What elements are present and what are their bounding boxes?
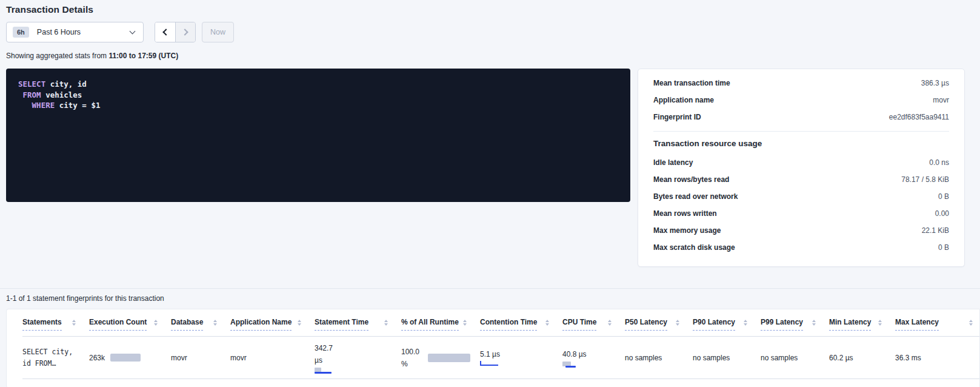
col-header-database[interactable]: Database — [171, 318, 230, 331]
resource-value: 0.0 ns — [929, 158, 949, 167]
col-header-application-name[interactable]: Application Name — [230, 318, 315, 331]
summary-row-fingerprint-id: Fingerprint ID ee2df683f5aa9411 — [653, 109, 949, 126]
sort-icon[interactable] — [384, 320, 388, 326]
resource-row-mean-rows-bytes-read: Mean rows/bytes read 78.17 / 5.8 KiB — [653, 171, 949, 188]
statement-text-line2: id FROM… — [22, 358, 79, 369]
cell-application-name: movr — [230, 354, 315, 362]
aggregation-note-prefix: Showing aggregated stats from — [6, 52, 108, 60]
card-divider — [653, 131, 949, 132]
resource-value: 22.1 KiB — [922, 226, 949, 235]
summary-row-mean-transaction-time: Mean transaction time 386.3 µs — [653, 75, 949, 92]
resource-label: Mean rows written — [653, 209, 717, 218]
sort-icon[interactable] — [676, 320, 679, 326]
resource-label: Bytes read over network — [653, 192, 738, 201]
summary-value: 386.3 µs — [921, 79, 949, 87]
sort-icon[interactable] — [72, 320, 76, 326]
summary-value: ee2df683f5aa9411 — [889, 113, 949, 121]
col-header-pct-of-all-runtime[interactable]: % of All Runtime — [401, 318, 480, 331]
sort-icon[interactable] — [298, 320, 301, 326]
cell-statement: SELECT city, id FROM… — [22, 346, 89, 369]
col-header-contention-time[interactable]: Contention Time — [480, 318, 562, 331]
cell-max-latency: 36.3 ms — [895, 354, 980, 362]
resource-label: Max memory usage — [653, 226, 721, 235]
execution-count-bar — [110, 354, 141, 362]
pct-runtime-bar — [428, 354, 470, 362]
summary-label: Fingerprint ID — [653, 113, 701, 121]
sql-indent — [18, 90, 23, 99]
cell-p50-latency: no samples — [625, 354, 693, 362]
resource-value: 78.17 / 5.8 KiB — [901, 175, 949, 184]
resource-value: 0 B — [938, 192, 949, 201]
time-range-label: Past 6 Hours — [37, 28, 130, 36]
sort-icon[interactable] — [744, 320, 747, 326]
sql-keyword: WHERE — [32, 101, 55, 110]
sql-keyword: SELECT — [18, 79, 45, 89]
resource-usage-title: Transaction resource usage — [653, 139, 949, 148]
transaction-details-page: Transaction Details 6h Past 6 Hours Now … — [0, 4, 980, 387]
cpu-time-value: 40.8 µs — [562, 348, 588, 360]
sort-icon[interactable] — [154, 320, 158, 326]
sort-icon[interactable] — [213, 320, 217, 326]
time-range-dropdown[interactable]: 6h Past 6 Hours — [6, 22, 144, 42]
resource-value: 0 B — [938, 243, 949, 252]
now-button[interactable]: Now — [202, 22, 234, 42]
cell-execution-count: 263k — [89, 354, 171, 362]
sql-query-box: SELECT city, id FROM vehicles WHERE city… — [6, 69, 630, 202]
statements-table-header: Statements Execution Count Database Appl… — [22, 318, 979, 337]
sql-query-text: SELECT city, id FROM vehicles WHERE city… — [18, 79, 618, 111]
chevron-left-icon — [162, 29, 169, 35]
aggregation-note-range: 11:00 to 17:59 (UTC) — [108, 52, 178, 60]
execution-count-value: 263k — [89, 354, 105, 362]
sort-icon[interactable] — [608, 320, 612, 326]
sort-icon[interactable] — [812, 320, 816, 326]
cell-cpu-time: 40.8 µs — [562, 348, 625, 368]
resource-row-mean-rows-written: Mean rows written 0.00 — [653, 205, 949, 222]
col-header-cpu-time[interactable]: CPU Time — [562, 318, 625, 331]
sort-icon[interactable] — [545, 320, 549, 326]
col-header-min-latency[interactable]: Min Latency — [829, 318, 895, 331]
cell-statement-time: 342.7 µs — [315, 342, 401, 374]
prev-time-button[interactable] — [155, 22, 175, 42]
table-row: SELECT city, id FROM… 263k movr movr 342… — [22, 337, 979, 379]
sql-text: vehicles — [41, 90, 82, 99]
resource-row-max-scratch-disk-usage: Max scratch disk usage 0 B — [653, 239, 949, 256]
contention-time-bar — [480, 360, 498, 366]
col-header-statement-time[interactable]: Statement Time — [315, 318, 401, 331]
cell-min-latency: 60.2 µs — [829, 354, 895, 362]
chevron-right-icon — [181, 29, 188, 35]
sql-text: city = $1 — [55, 101, 100, 110]
summary-row-application-name: Application name movr — [653, 92, 949, 109]
resource-value: 0.00 — [935, 209, 949, 218]
cell-database: movr — [171, 354, 230, 362]
time-toolbar: 6h Past 6 Hours Now — [6, 22, 980, 42]
col-header-statements[interactable]: Statements — [22, 318, 89, 331]
statements-count-caption: 1-1 of 1 statement fingerprints for this… — [6, 294, 980, 303]
resource-label: Idle latency — [653, 158, 693, 167]
chevron-down-icon — [130, 29, 136, 35]
cell-p99-latency: no samples — [761, 354, 829, 362]
col-header-max-latency[interactable]: Max Latency — [895, 318, 980, 331]
summary-value: movr — [933, 96, 949, 104]
resource-row-max-memory-usage: Max memory usage 22.1 KiB — [653, 222, 949, 239]
section-divider — [0, 288, 980, 289]
col-header-p50-latency[interactable]: P50 Latency — [625, 318, 693, 331]
content-row: SELECT city, id FROM vehicles WHERE city… — [6, 69, 980, 267]
page-title: Transaction Details — [6, 4, 980, 15]
sql-keyword: FROM — [23, 90, 41, 99]
resource-label: Mean rows/bytes read — [653, 175, 729, 184]
col-header-p99-latency[interactable]: P99 Latency — [761, 318, 829, 331]
cell-p90-latency: no samples — [693, 354, 761, 362]
time-range-badge: 6h — [13, 27, 29, 38]
sort-icon[interactable] — [878, 320, 882, 326]
col-header-p90-latency[interactable]: P90 Latency — [693, 318, 761, 331]
sort-icon[interactable] — [463, 320, 467, 326]
summary-label: Mean transaction time — [653, 79, 730, 87]
resource-row-bytes-read-over-network: Bytes read over network 0 B — [653, 188, 949, 205]
next-time-button[interactable] — [175, 22, 195, 42]
sort-icon[interactable] — [969, 320, 973, 326]
cell-contention-time: 5.1 µs — [480, 350, 562, 366]
col-header-execution-count[interactable]: Execution Count — [89, 318, 171, 331]
summary-label: Application name — [653, 96, 714, 104]
resource-row-idle-latency: Idle latency 0.0 ns — [653, 154, 949, 171]
transaction-summary-card: Mean transaction time 386.3 µs Applicati… — [638, 69, 965, 267]
